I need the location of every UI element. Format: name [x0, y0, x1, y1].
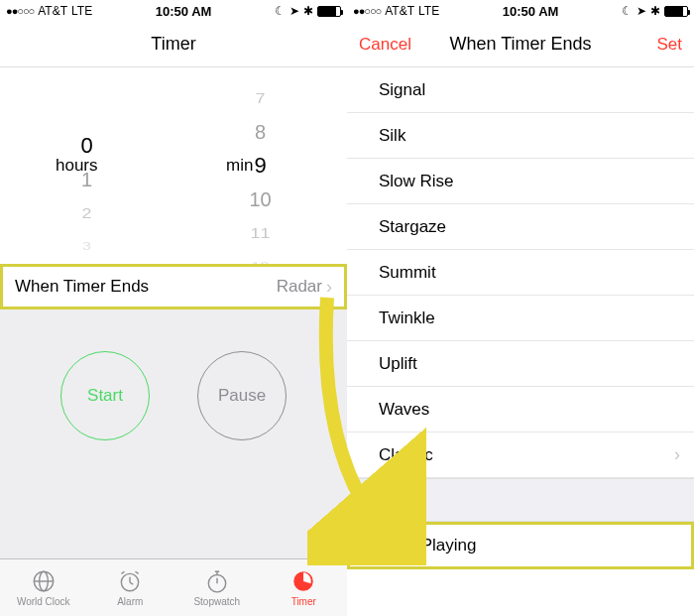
controls-area: Start Pause — [0, 309, 347, 558]
tab-bar: World Clock Alarm Stopwatch Timer — [0, 558, 347, 616]
signal-dots-icon: ●●○○○ — [6, 5, 34, 17]
timer-icon — [290, 568, 316, 594]
stopwatch-icon — [204, 568, 230, 594]
status-bar-right: ●●○○○ AT&T LTE 10:50 AM ☾ ➤ ✱ — [347, 0, 694, 22]
moon-icon: ☾ — [275, 4, 286, 18]
minutes-value: 9 — [254, 149, 266, 183]
sound-row-classic[interactable]: Classic › — [347, 432, 694, 478]
when-timer-ends-screen: ●●○○○ AT&T LTE 10:50 AM ☾ ➤ ✱ Cancel Whe… — [347, 0, 694, 616]
tab-alarm[interactable]: Alarm — [87, 559, 174, 616]
sound-row-twinkle[interactable]: Twinkle — [347, 296, 694, 341]
sound-row-summit[interactable]: Summit — [347, 250, 694, 296]
moon-icon: ☾ — [622, 4, 633, 18]
page-title: Timer — [151, 34, 195, 55]
start-button[interactable]: Start — [60, 351, 150, 440]
battery-icon — [317, 6, 341, 17]
when-timer-ends-value: Radar — [277, 277, 322, 297]
tab-world-clock[interactable]: World Clock — [0, 559, 87, 616]
network-label: LTE — [71, 4, 92, 18]
signal-dots-icon: ●●○○○ — [353, 5, 381, 17]
cancel-button[interactable]: Cancel — [359, 35, 411, 55]
globe-icon — [31, 568, 57, 594]
when-timer-ends-row[interactable]: When Timer Ends Radar › — [0, 264, 347, 309]
status-time: 10:50 AM — [92, 4, 275, 19]
sound-list[interactable]: Signal Silk Slow Rise Stargaze Summit Tw… — [347, 67, 694, 616]
page-title: When Timer Ends — [449, 34, 591, 55]
tab-stopwatch[interactable]: Stopwatch — [174, 559, 261, 616]
set-button[interactable]: Set — [656, 35, 682, 55]
carrier-label: AT&T — [385, 4, 414, 18]
list-section-gap — [347, 478, 694, 522]
network-label: LTE — [418, 4, 439, 18]
timer-screen: ●●○○○ AT&T LTE 10:50 AM ☾ ➤ ✱ Timer 0 — [0, 0, 347, 616]
time-picker[interactable]: 0 1 2 3 6 7 8 9 10 11 12 hours min — [0, 67, 347, 264]
sound-row-silk[interactable]: Silk — [347, 113, 694, 159]
hours-value: 0 — [80, 129, 92, 163]
chevron-right-icon: › — [674, 444, 680, 465]
svg-line-6 — [122, 571, 125, 573]
bluetooth-icon: ✱ — [303, 4, 313, 18]
sound-row-slow-rise[interactable]: Slow Rise — [347, 159, 694, 204]
sound-row-signal[interactable]: Signal — [347, 67, 694, 113]
sound-row-waves[interactable]: Waves — [347, 387, 694, 432]
nav-bar-timer: Timer — [0, 22, 347, 67]
when-timer-ends-label: When Timer Ends — [15, 277, 277, 297]
svg-line-7 — [136, 571, 139, 573]
status-time: 10:50 AM — [439, 4, 622, 19]
location-icon: ➤ — [636, 4, 646, 18]
alarm-icon — [117, 568, 143, 594]
status-bar-left: ●●○○○ AT&T LTE 10:50 AM ☾ ➤ ✱ — [0, 0, 347, 22]
sound-row-uplift[interactable]: Uplift — [347, 341, 694, 387]
tab-timer[interactable]: Timer — [261, 559, 348, 616]
bluetooth-icon: ✱ — [650, 4, 660, 18]
chevron-right-icon: › — [326, 277, 332, 298]
battery-icon — [664, 6, 688, 17]
nav-bar-sounds: Cancel When Timer Ends Set — [347, 22, 694, 67]
hours-column[interactable]: 0 1 2 3 — [0, 67, 174, 264]
sound-row-stargaze[interactable]: Stargaze — [347, 204, 694, 250]
pause-button[interactable]: Pause — [197, 351, 287, 440]
location-icon: ➤ — [289, 4, 299, 18]
minutes-column[interactable]: 6 7 8 9 10 11 12 — [174, 67, 347, 264]
svg-line-5 — [130, 582, 133, 584]
sound-row-stop-playing[interactable]: Stop Playing — [347, 522, 694, 569]
carrier-label: AT&T — [38, 4, 67, 18]
